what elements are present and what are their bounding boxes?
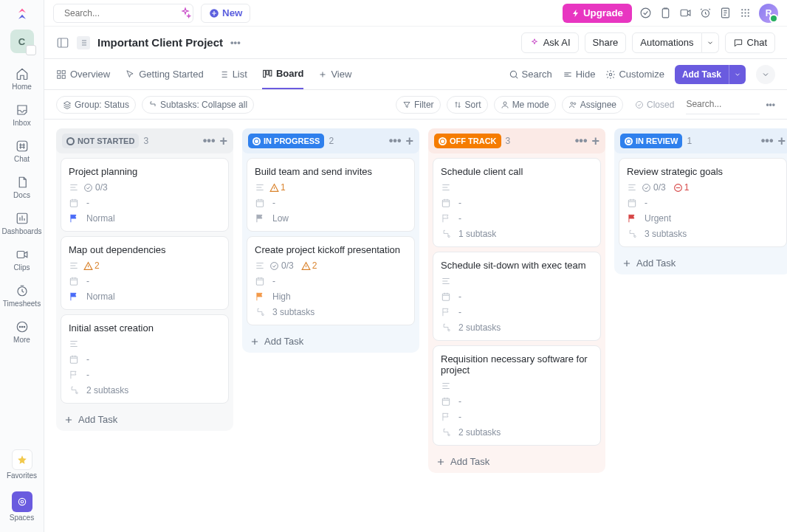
tab-list[interactable]: List xyxy=(219,59,247,89)
task-card[interactable]: Map out dependencies2-Normal xyxy=(61,236,229,310)
status-pill[interactable]: IN REVIEW xyxy=(620,134,682,148)
automations-dropdown[interactable] xyxy=(702,32,719,53)
task-card[interactable]: Initial asset creation--2 subtasks xyxy=(61,314,229,404)
ai-icon[interactable] xyxy=(179,7,191,20)
check-circle-icon[interactable] xyxy=(639,7,652,19)
column-add[interactable]: + xyxy=(405,134,413,149)
column-add[interactable]: + xyxy=(591,134,599,149)
group-chip[interactable]: Group: Status xyxy=(56,96,136,114)
task-card[interactable]: Build team and send invites1-Low xyxy=(247,158,415,232)
tab-board[interactable]: Board xyxy=(262,59,304,89)
task-card[interactable]: Project planning0/3-Normal xyxy=(61,158,229,232)
column-add[interactable]: + xyxy=(777,134,786,149)
add-task-ghost[interactable]: Add Task xyxy=(428,450,605,473)
nav-spaces[interactable]: Spaces xyxy=(0,487,44,526)
meta-row xyxy=(441,182,593,193)
workspace-switcher[interactable]: C xyxy=(10,30,34,53)
tab-overview[interactable]: Overview xyxy=(56,59,110,89)
nav-clips[interactable]: Clips xyxy=(0,243,44,276)
grid-icon[interactable] xyxy=(739,7,752,19)
ask-ai-button[interactable]: Ask AI xyxy=(521,32,579,53)
nav-inbox[interactable]: Inbox xyxy=(0,98,44,131)
task-card[interactable]: Create project kickoff presentation0/32-… xyxy=(247,236,415,325)
tab-add-view[interactable]: View xyxy=(318,59,351,89)
closed-chip[interactable]: Closed xyxy=(629,96,680,114)
add-task-ghost[interactable]: Add Task xyxy=(56,408,233,431)
chat-button[interactable]: Chat xyxy=(725,32,775,53)
add-task-dropdown[interactable] xyxy=(729,65,746,84)
customize-action[interactable]: Customize xyxy=(605,69,664,80)
board-search-input[interactable] xyxy=(686,95,760,114)
status-pill[interactable]: IN PROGRESS xyxy=(248,134,324,148)
toolbar-more[interactable]: ••• xyxy=(766,100,775,110)
automations-button[interactable]: Automations xyxy=(632,32,701,53)
video-icon[interactable] xyxy=(679,7,692,19)
more-actions[interactable] xyxy=(756,65,775,84)
nav-dashboards[interactable]: Dashboards xyxy=(0,207,44,240)
status-pill[interactable]: OFF TRACK xyxy=(434,134,501,148)
more-icon xyxy=(15,319,30,334)
nav-label: Favorites xyxy=(7,471,37,480)
svg-rect-32 xyxy=(267,70,269,75)
task-card[interactable]: Schedule sit-down with exec team--2 subt… xyxy=(433,252,601,341)
column-menu[interactable]: ••• xyxy=(389,134,402,148)
svg-point-23 xyxy=(741,15,743,17)
title-menu[interactable]: ••• xyxy=(230,37,241,48)
filter-chip[interactable]: Filter xyxy=(396,96,441,114)
svg-rect-13 xyxy=(662,9,669,18)
share-button[interactable]: Share xyxy=(585,32,627,53)
column-menu[interactable]: ••• xyxy=(761,134,774,148)
column-menu[interactable]: ••• xyxy=(203,134,216,148)
subtasks-value: 3 subtasks xyxy=(645,229,687,239)
task-card[interactable]: Schedule client call--1 subtask xyxy=(433,158,601,247)
new-button[interactable]: New xyxy=(201,4,250,23)
nav-favorites[interactable]: Favorites xyxy=(0,445,44,484)
assignee-chip[interactable]: Assignee xyxy=(562,96,623,114)
nav-chat[interactable]: Chat xyxy=(0,134,44,167)
svg-rect-51 xyxy=(442,294,449,300)
status-dot-icon xyxy=(252,137,261,145)
nav-timesheets[interactable]: Timesheets xyxy=(0,279,44,312)
svg-point-7 xyxy=(24,326,25,328)
clipboard-icon[interactable] xyxy=(659,7,672,19)
task-card[interactable]: Review strategic goals0/31-Urgent3 subta… xyxy=(619,158,787,247)
svg-rect-47 xyxy=(256,278,263,285)
date-value: - xyxy=(272,276,275,286)
alarm-icon[interactable] xyxy=(699,7,712,19)
search-input[interactable] xyxy=(64,8,175,18)
date-value: - xyxy=(86,198,89,208)
svg-rect-30 xyxy=(62,75,65,78)
panel-toggle-icon[interactable] xyxy=(56,36,69,49)
status-pill[interactable]: NOT STARTED xyxy=(62,134,139,148)
warning-badge: 2 xyxy=(83,260,100,271)
nav-home[interactable]: Home xyxy=(0,62,44,95)
column-menu[interactable]: ••• xyxy=(575,134,588,148)
hide-action[interactable]: Hide xyxy=(563,69,596,80)
priority-row: Normal xyxy=(69,213,221,224)
add-task-button[interactable]: Add Task xyxy=(675,65,729,84)
user-avatar[interactable]: R xyxy=(759,4,778,23)
svg-point-36 xyxy=(504,102,506,105)
upgrade-button[interactable]: Upgrade xyxy=(563,4,632,23)
date-row: - xyxy=(441,291,593,302)
tab-getting-started[interactable]: Getting Started xyxy=(125,59,203,89)
svg-point-9 xyxy=(21,500,24,503)
priority-value: - xyxy=(458,213,461,224)
sort-chip[interactable]: Sort xyxy=(447,96,488,114)
subtask-icon xyxy=(148,100,157,109)
search-action[interactable]: Search xyxy=(509,69,552,80)
column-add[interactable]: + xyxy=(219,134,227,149)
note-icon[interactable] xyxy=(719,7,732,19)
app-logo[interactable] xyxy=(14,6,30,22)
me-mode-chip[interactable]: Me mode xyxy=(494,96,556,114)
task-card[interactable]: Requisition necessary software for proje… xyxy=(433,345,601,446)
nav-more[interactable]: More xyxy=(0,315,44,348)
add-task-ghost[interactable]: Add Task xyxy=(242,330,419,353)
subtasks-chip[interactable]: Subtasks: Collapse all xyxy=(142,96,254,114)
nav-docs[interactable]: Docs xyxy=(0,170,44,204)
add-task-ghost[interactable]: Add Task xyxy=(614,252,787,274)
list-icon xyxy=(77,36,90,49)
date-row: - xyxy=(627,198,779,208)
global-search[interactable] xyxy=(53,4,193,23)
meta-row xyxy=(441,276,593,286)
